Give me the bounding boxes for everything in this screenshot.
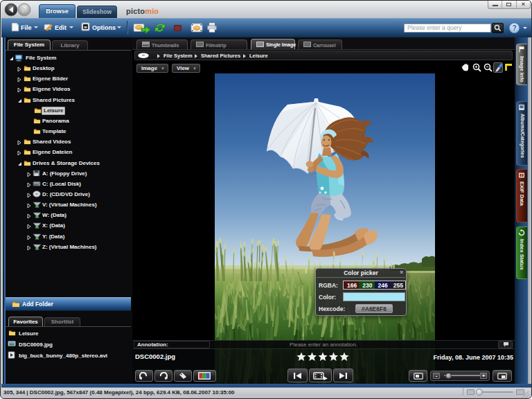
svg-text:?: ? xyxy=(512,24,516,32)
